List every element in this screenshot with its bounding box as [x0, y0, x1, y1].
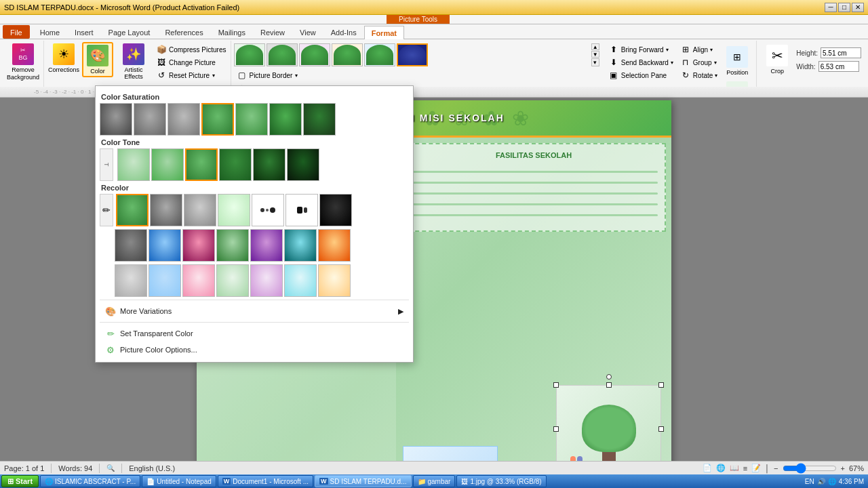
taskbar-item-jpg[interactable]: 🖼 1.jpg @ 33.3% (RGB/8) — [456, 475, 546, 487]
rotate-btn[interactable]: ↻ Rotate ▾ — [678, 69, 719, 81]
recolor-orange[interactable] — [318, 229, 351, 262]
tab-page-layout[interactable]: Page Layout — [101, 25, 158, 39]
recolor-green[interactable] — [216, 229, 249, 262]
picture-border-btn[interactable]: ▢ Picture Border ▾ — [234, 69, 599, 81]
zoom-slider[interactable] — [783, 463, 837, 474]
recolor-purple[interactable] — [250, 229, 283, 262]
reset-picture-btn[interactable]: ↺ Reset Picture ▾ — [154, 69, 228, 81]
styles-more-btn[interactable]: ▾ — [591, 58, 599, 66]
tone-3[interactable] — [219, 148, 252, 181]
sat-2[interactable] — [167, 103, 200, 136]
taskbar-volume-icon[interactable]: 🔊 — [817, 478, 825, 485]
tone-5[interactable] — [287, 148, 319, 181]
handle-rotate[interactable] — [606, 374, 612, 380]
style-thumb-5[interactable] — [364, 43, 395, 66]
recolor-spots1[interactable] — [252, 194, 284, 226]
sat-3[interactable] — [201, 103, 234, 136]
view-normal[interactable]: 📄 — [703, 464, 712, 472]
color-btn[interactable]: 🎨 Color — [82, 42, 113, 77]
style-thumb-4[interactable] — [332, 43, 363, 66]
recolor-blue[interactable] — [149, 229, 181, 262]
recolor-pink[interactable] — [182, 229, 215, 262]
tab-file[interactable]: File — [3, 25, 30, 39]
handle-tm[interactable] — [606, 382, 612, 388]
handle-mr[interactable] — [658, 426, 664, 432]
artistic-effects-btn[interactable]: ✨ Artistic Effects — [116, 42, 151, 81]
doc-selected-image[interactable] — [556, 385, 661, 461]
tone-2[interactable] — [185, 148, 218, 181]
send-backward-btn[interactable]: ⬇ Send Backward ▾ — [606, 56, 675, 68]
taskbar-item-notepad[interactable]: 📄 Untitled - Notepad — [142, 475, 216, 487]
zoom-out-btn[interactable]: − — [774, 464, 778, 472]
sat-0[interactable] — [100, 103, 132, 136]
recolor-light2[interactable] — [115, 264, 147, 297]
sat-6[interactable] — [303, 103, 336, 136]
corrections-btn[interactable]: ☀ Corrections — [48, 42, 79, 75]
recolor-lightorange[interactable] — [318, 264, 351, 297]
recolor-spots2[interactable] — [285, 194, 318, 226]
bring-forward-btn[interactable]: ⬆ Bring Forward ▾ — [606, 43, 675, 56]
styles-down-btn[interactable]: ▼ — [591, 51, 599, 58]
styles-up-btn[interactable]: ▲ — [591, 43, 599, 50]
tab-mailings[interactable]: Mailings — [211, 25, 253, 39]
tone-4[interactable] — [253, 148, 285, 181]
maximize-btn[interactable]: □ — [838, 3, 850, 12]
tab-review[interactable]: Review — [253, 25, 292, 39]
sat-4[interactable] — [235, 103, 268, 136]
tab-format[interactable]: Format — [364, 26, 404, 39]
taskbar-network-icon[interactable]: 🌐 — [828, 478, 836, 485]
taskbar-item-gambar[interactable]: 📁 gambar — [413, 475, 456, 487]
style-thumb-3[interactable] — [299, 43, 330, 66]
recolor-lightcyan[interactable] — [284, 264, 317, 297]
selection-pane-btn[interactable]: ▣ Selection Pane — [606, 69, 675, 81]
position-btn[interactable]: ⊞ Position — [722, 45, 752, 77]
taskbar-item-sdislam[interactable]: W SD ISLAM TERPADU.d... — [315, 475, 412, 487]
change-picture-btn[interactable]: 🖼 Change Picture — [154, 56, 228, 68]
recolor-light[interactable] — [218, 194, 250, 226]
taskbar-item-islamic[interactable]: 🌐 ISLAMIC ABSCRACT - P... — [40, 475, 140, 487]
recolor-grayscale[interactable] — [150, 194, 182, 226]
recolor-lightgreen[interactable] — [216, 264, 249, 297]
recolor-lightpink[interactable] — [182, 264, 215, 297]
zoom-in-btn[interactable]: + — [841, 464, 845, 472]
more-variations-btn[interactable]: 🎨 More Variations ▶ — [100, 303, 409, 319]
recolor-sepia[interactable] — [184, 194, 216, 226]
handle-tl[interactable] — [553, 382, 559, 388]
crop-btn[interactable]: ✂ Crop — [762, 43, 792, 76]
tone-1[interactable] — [151, 148, 184, 181]
recolor-dark[interactable] — [115, 229, 147, 262]
style-thumb-1[interactable] — [234, 43, 265, 66]
tab-insert[interactable]: Insert — [67, 25, 101, 39]
close-btn[interactable]: ✕ — [852, 3, 864, 12]
view-draft[interactable]: 📝 — [751, 464, 761, 472]
minimize-btn[interactable]: ─ — [825, 3, 837, 12]
align-btn[interactable]: ⊞ Align ▾ — [678, 43, 719, 56]
view-outline[interactable]: ≡ — [743, 464, 747, 472]
style-thumb-2[interactable] — [267, 43, 298, 66]
taskbar-language[interactable]: EN — [805, 478, 814, 485]
sat-5[interactable] — [269, 103, 302, 136]
group-btn[interactable]: ⊓ Group ▾ — [678, 56, 719, 68]
sat-1[interactable] — [134, 103, 166, 136]
handle-ml[interactable] — [553, 426, 559, 432]
recolor-lightblue2[interactable] — [149, 264, 181, 297]
width-input[interactable] — [818, 61, 859, 72]
tab-references[interactable]: References — [157, 25, 210, 39]
recolor-original[interactable] — [116, 194, 149, 226]
set-transparent-btn[interactable]: ✏ Set Transparent Color — [100, 325, 409, 342]
height-input[interactable] — [821, 47, 861, 58]
compress-btn[interactable]: 📦 Compress Pictures — [154, 43, 228, 56]
recolor-black[interactable] — [319, 194, 352, 226]
taskbar-item-doc1[interactable]: W Document1 - Microsoft ... — [218, 475, 313, 487]
style-thumb-6[interactable] — [397, 43, 428, 66]
recolor-lightblue[interactable] — [284, 229, 317, 262]
tab-add-ins[interactable]: Add-Ins — [323, 25, 364, 39]
view-web[interactable]: 🌐 — [716, 464, 726, 472]
tone-0[interactable] — [117, 148, 150, 181]
picture-color-options-btn[interactable]: ⚙ Picture Color Options... — [100, 342, 409, 358]
handle-tr[interactable] — [658, 382, 664, 388]
tab-view[interactable]: View — [292, 25, 323, 39]
recolor-lightpurple[interactable] — [250, 264, 283, 297]
start-button[interactable]: ⊞ Start — [1, 475, 39, 487]
tab-home[interactable]: Home — [33, 25, 67, 39]
